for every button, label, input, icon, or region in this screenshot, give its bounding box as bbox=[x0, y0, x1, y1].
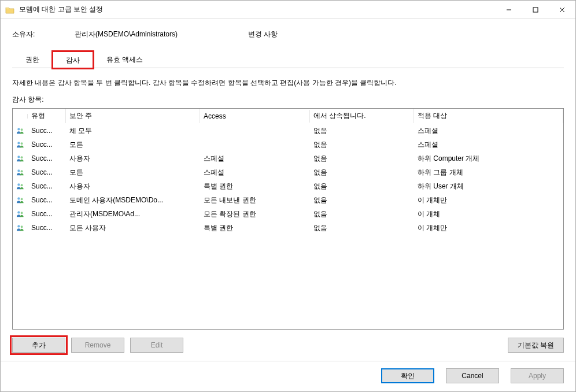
people-icon bbox=[13, 182, 28, 190]
restore-defaults-button[interactable]: 기본값 복원 bbox=[508, 338, 564, 353]
cell-principal: 모든 사용자 bbox=[66, 223, 200, 233]
cell-type: Succ... bbox=[28, 182, 66, 190]
cell-type: Succ... bbox=[28, 224, 66, 232]
cell-inherit: 없음 bbox=[310, 168, 414, 177]
table-row[interactable]: Succ...모든스페셜없음하위 그룹 개체 bbox=[13, 165, 563, 179]
svg-point-18 bbox=[17, 225, 20, 227]
cell-principal: 도메인 사용자(MSDEMO\Do... bbox=[66, 195, 200, 205]
cell-type: Succ... bbox=[28, 168, 66, 176]
cell-applies: 하위 Computer 개체 bbox=[414, 154, 563, 164]
table-row[interactable]: Succ...모든 사용자특별 권한없음이 개체만 bbox=[13, 221, 563, 235]
svg-point-17 bbox=[21, 212, 23, 214]
cell-access: 스페셜 bbox=[200, 168, 310, 177]
cell-inherit: 없음 bbox=[310, 209, 414, 219]
cell-type: Succ... bbox=[28, 154, 66, 162]
people-icon bbox=[13, 140, 28, 149]
cell-principal: 체 모두 bbox=[66, 126, 200, 136]
svg-point-16 bbox=[17, 211, 20, 213]
cell-inherit: 없음 bbox=[310, 223, 414, 233]
svg-point-7 bbox=[21, 142, 23, 145]
cell-access: 모든 확장된 권한 bbox=[200, 209, 310, 219]
cell-applies: 하위 User 개체 bbox=[414, 182, 563, 191]
cell-access: 모든 내보낸 권한 bbox=[200, 195, 310, 205]
svg-point-8 bbox=[17, 156, 20, 158]
cell-principal: 모든 bbox=[66, 168, 200, 177]
svg-point-19 bbox=[21, 225, 23, 228]
table-row[interactable]: Succ...체 모두없음스페셜 bbox=[13, 124, 563, 138]
titlebar: 모뎀에 대한 고급 보안 설정 bbox=[1, 1, 575, 19]
people-icon bbox=[13, 210, 28, 218]
cell-applies: 이 개체 bbox=[414, 209, 563, 219]
edit-button[interactable]: Edit bbox=[130, 338, 183, 353]
cell-access: 특별 권한 bbox=[200, 223, 310, 233]
table-row[interactable]: Succ...도메인 사용자(MSDEMO\Do...모든 내보낸 권한없음 이… bbox=[13, 193, 563, 207]
cell-inherit: 없음 bbox=[310, 154, 414, 164]
dialog-footer: 확인 Cancel Apply bbox=[1, 361, 575, 391]
tab-bar: 권한 감사 유효 액세스 bbox=[12, 51, 564, 68]
cell-type: Succ... bbox=[28, 196, 66, 204]
cell-applies: 이 개체만 bbox=[414, 195, 563, 205]
people-icon bbox=[13, 154, 28, 162]
col-access[interactable]: Access bbox=[200, 110, 310, 123]
svg-point-4 bbox=[17, 128, 20, 130]
cell-applies: 스페셜 bbox=[414, 126, 563, 136]
people-icon bbox=[13, 168, 28, 176]
svg-point-13 bbox=[21, 184, 23, 186]
table-row[interactable]: Succ...사용자스페셜없음하위 Computer 개체 bbox=[13, 151, 563, 165]
cell-type: Succ... bbox=[28, 127, 66, 135]
cell-applies: 하위 그룹 개체 bbox=[414, 168, 563, 177]
security-settings-window: 모뎀에 대한 고급 보안 설정 소유자: 관리자(MSDEMO\Administ… bbox=[0, 0, 576, 392]
folder-icon bbox=[5, 6, 14, 14]
maximize-button[interactable] bbox=[522, 1, 549, 19]
add-button[interactable]: 추가 bbox=[12, 338, 65, 353]
owner-change-link[interactable]: 변경 사항 bbox=[248, 29, 278, 39]
tab-effective-access[interactable]: 유효 액세스 bbox=[93, 51, 156, 68]
svg-point-9 bbox=[21, 156, 23, 158]
cell-inherit: 없음 bbox=[310, 140, 414, 150]
window-title: 모뎀에 대한 고급 보안 설정 bbox=[19, 5, 496, 14]
svg-point-11 bbox=[21, 170, 23, 172]
cell-applies: 스페셜 bbox=[414, 140, 563, 150]
svg-point-10 bbox=[17, 169, 20, 172]
svg-point-6 bbox=[17, 142, 20, 144]
remove-button[interactable]: Remove bbox=[71, 338, 124, 353]
owner-label: 소유자: bbox=[12, 29, 75, 39]
svg-point-14 bbox=[17, 197, 20, 199]
tab-permissions[interactable]: 권한 bbox=[12, 51, 53, 68]
tab-audit[interactable]: 감사 bbox=[53, 51, 93, 68]
audit-entries-label: 감사 항목: bbox=[12, 95, 564, 105]
col-type[interactable]: 유형 bbox=[28, 109, 66, 123]
cell-applies: 이 개체만 bbox=[414, 223, 563, 233]
svg-point-15 bbox=[21, 198, 23, 200]
audit-entries-grid[interactable]: 유형 보안 주 Access 에서 상속됩니다. 적용 대상 Succ...체 … bbox=[12, 108, 564, 330]
minimize-button[interactable] bbox=[496, 1, 522, 19]
action-row: 추가 Remove Edit 기본값 복원 bbox=[12, 338, 564, 353]
cancel-button[interactable]: Cancel bbox=[446, 368, 499, 383]
svg-point-5 bbox=[21, 128, 23, 131]
people-icon bbox=[13, 224, 28, 232]
cell-principal: 관리자(MSDEMO\Ad... bbox=[66, 209, 200, 219]
ok-button[interactable]: 확인 bbox=[381, 368, 434, 383]
cell-inherit: 없음 bbox=[310, 195, 414, 205]
close-button[interactable] bbox=[549, 1, 575, 19]
cell-access: 특별 권한 bbox=[200, 182, 310, 191]
table-row[interactable]: Succ...관리자(MSDEMO\Ad...모든 확장된 권한없음 이 개체 bbox=[13, 207, 563, 221]
owner-value: 관리자(MSDEMO\Administrators) bbox=[75, 29, 248, 39]
cell-type: Succ... bbox=[28, 140, 66, 149]
people-icon bbox=[13, 196, 28, 204]
table-row[interactable]: Succ...사용자특별 권한없음하위 User 개체 bbox=[13, 179, 563, 193]
cell-inherit: 없음 bbox=[310, 182, 414, 191]
grid-header: 유형 보안 주 Access 에서 상속됩니다. 적용 대상 bbox=[13, 109, 563, 124]
col-principal[interactable]: 보안 주 bbox=[66, 109, 200, 123]
cell-type: Succ... bbox=[28, 210, 66, 218]
description-text: 자세한 내용은 감사 항목을 두 번 클릭합니다. 감사 항목을 수정하려면 항… bbox=[12, 77, 564, 88]
apply-button[interactable]: Apply bbox=[511, 368, 564, 383]
cell-principal: 모든 bbox=[66, 140, 200, 150]
cell-principal: 사용자 bbox=[66, 154, 200, 164]
col-applies[interactable]: 적용 대상 bbox=[414, 109, 563, 123]
table-row[interactable]: Succ...모든없음스페셜 bbox=[13, 138, 563, 151]
svg-rect-1 bbox=[533, 8, 538, 12]
owner-row: 소유자: 관리자(MSDEMO\Administrators) 변경 사항 bbox=[12, 29, 564, 39]
col-inherit[interactable]: 에서 상속됩니다. bbox=[310, 109, 414, 123]
svg-point-12 bbox=[17, 183, 20, 186]
